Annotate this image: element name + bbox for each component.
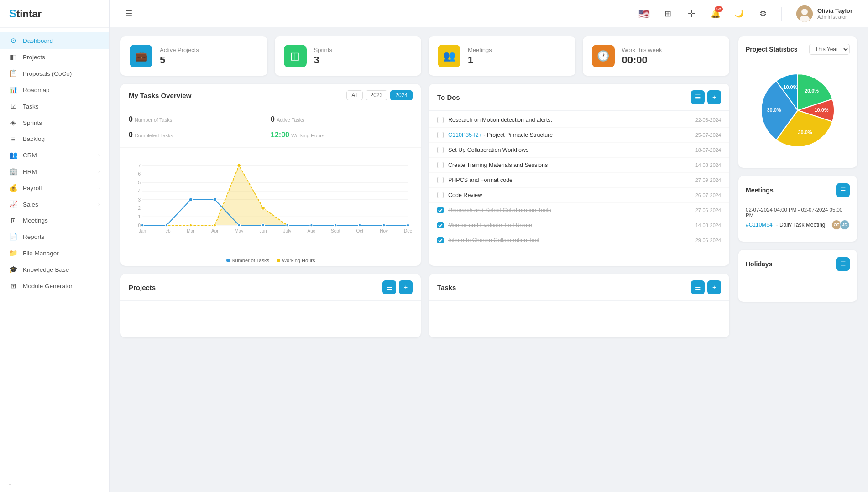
add-icon[interactable]: ✛ bbox=[684, 5, 700, 22]
sidebar-item-dashboard[interactable]: ⊙Dashboard bbox=[0, 32, 109, 49]
sidebar-label-backlog: Backlog bbox=[23, 135, 100, 142]
svg-text:Feb: Feb bbox=[162, 228, 171, 233]
sidebar-item-backlog[interactable]: ≡Backlog bbox=[0, 131, 109, 147]
meeting-avatars: OTJD bbox=[831, 220, 850, 230]
content-left: 💼 Active Projects 5 ◫ Sprints 3 👥 Meetin… bbox=[120, 36, 729, 483]
pie-segment-label: 10.0% bbox=[814, 107, 828, 113]
sidebar-item-roadmap[interactable]: 📊Roadmap bbox=[0, 82, 109, 98]
pie-chart-container: 20.0%10.0%30.0%30.0%10.0% bbox=[746, 60, 850, 161]
todos-add-button[interactable]: + bbox=[707, 90, 721, 104]
sidebar-item-proposals[interactable]: 📋Proposals (CoCo) bbox=[0, 65, 109, 82]
header: ☰ 🇺🇸 ⊞ ✛ 🔔 52 🌙 ⚙ Olivia Taylor Administ… bbox=[110, 0, 868, 27]
svg-text:3: 3 bbox=[138, 197, 141, 202]
todo-checkbox[interactable] bbox=[437, 222, 444, 228]
projects-list-button[interactable]: ☰ bbox=[382, 280, 396, 294]
logo: Stintar bbox=[0, 0, 109, 28]
todo-checkbox[interactable] bbox=[437, 207, 444, 213]
sidebar-item-reports[interactable]: 📄Reports bbox=[0, 228, 109, 245]
projects-add-button[interactable]: + bbox=[399, 280, 413, 294]
todo-checkbox[interactable] bbox=[437, 147, 444, 153]
sidebar-item-sales[interactable]: 📈Sales› bbox=[0, 196, 109, 212]
tasks-list-button[interactable]: ☰ bbox=[691, 280, 705, 294]
todo-date: 26-07-2024 bbox=[695, 192, 721, 198]
todo-checkbox[interactable] bbox=[437, 237, 444, 243]
sidebar-label-reports: Reports bbox=[23, 233, 100, 240]
menu-toggle-button[interactable]: ☰ bbox=[120, 5, 137, 22]
stat-value-work-this-week: 00:00 bbox=[622, 54, 662, 66]
sidebar-label-meetings: Meetings bbox=[23, 217, 100, 224]
apps-icon[interactable]: ⊞ bbox=[660, 5, 676, 22]
sidebar-icon-hrm: 🏢 bbox=[9, 167, 17, 176]
todo-checkbox[interactable] bbox=[437, 192, 444, 198]
stat-icon-active-projects: 💼 bbox=[130, 45, 152, 67]
stat-icon-work-this-week: 🕐 bbox=[592, 45, 615, 67]
sidebar-item-tasks[interactable]: ☑Tasks bbox=[0, 98, 109, 114]
todo-date: 29-06-2024 bbox=[695, 238, 721, 243]
sidebar-item-knowledge-base[interactable]: 🎓Knowledge Base bbox=[0, 261, 109, 278]
list-item: 02-07-2024 04:00 PM - 02-07-2024 05:00 P… bbox=[746, 202, 850, 234]
sidebar-item-module-generator[interactable]: ⊞Module Generator bbox=[0, 278, 109, 294]
tasks-panel: Tasks ☰ + bbox=[429, 274, 729, 337]
sidebar-label-module-generator: Module Generator bbox=[23, 283, 100, 290]
todo-checkbox[interactable] bbox=[437, 177, 444, 183]
todo-text: Integrate Chosen Collaboration Tool bbox=[448, 237, 691, 243]
todo-checkbox[interactable] bbox=[437, 132, 444, 138]
svg-point-37 bbox=[286, 224, 288, 227]
pie-segment-label: 10.0% bbox=[783, 84, 797, 90]
todos-list-button[interactable]: ☰ bbox=[691, 90, 705, 104]
legend-item: Working Hours bbox=[277, 258, 315, 263]
task-filter-2024[interactable]: 2024 bbox=[390, 90, 413, 100]
meeting-row: #C110M54- Daily Task MeetingOTJD bbox=[746, 220, 850, 230]
task-filter-2023[interactable]: 2023 bbox=[366, 90, 388, 100]
stat-cards: 💼 Active Projects 5 ◫ Sprints 3 👥 Meetin… bbox=[120, 36, 729, 76]
sidebar-item-file-manager[interactable]: 📁File Manager bbox=[0, 245, 109, 261]
svg-text:Sept: Sept bbox=[331, 228, 340, 233]
todo-checkbox[interactable] bbox=[437, 117, 444, 123]
task-stat-label: Active Tasks bbox=[277, 117, 304, 123]
todo-link[interactable]: C110P35-I27 bbox=[448, 132, 482, 138]
meetings-list-button[interactable]: ☰ bbox=[836, 183, 850, 197]
todo-date: 14-08-2024 bbox=[695, 162, 721, 168]
sidebar-item-sprints[interactable]: ◈Sprints bbox=[0, 114, 109, 131]
legend-item: Number of Tasks bbox=[226, 258, 269, 263]
dark-mode-toggle[interactable]: 🌙 bbox=[731, 5, 748, 22]
meetings-right-title: Meetings bbox=[746, 186, 836, 194]
sidebar-item-projects[interactable]: ◧Projects bbox=[0, 49, 109, 65]
task-stat-label: Number of Tasks bbox=[135, 117, 172, 123]
meeting-link[interactable]: #C110M54 bbox=[746, 222, 773, 228]
todos-panel: To Dos ☰ + Research on Motion detection … bbox=[429, 84, 729, 266]
user-menu[interactable]: Olivia Taylor Administrator bbox=[792, 3, 857, 25]
sidebar-item-crm[interactable]: 👥CRM› bbox=[0, 147, 109, 163]
tasks-panel-actions: ☰ + bbox=[691, 280, 721, 294]
stat-title-meetings: Meetings bbox=[468, 47, 492, 53]
tasks-add-button[interactable]: + bbox=[707, 280, 721, 294]
sidebar-icon-projects: ◧ bbox=[9, 53, 17, 61]
projects-panel-header: Projects ☰ + bbox=[120, 274, 421, 301]
sidebar-item-hrm[interactable]: 🏢HRM› bbox=[0, 163, 109, 180]
todo-date: 14-08-2024 bbox=[695, 223, 721, 228]
projects-panel: Projects ☰ + bbox=[120, 274, 421, 337]
sidebar-label-file-manager: File Manager bbox=[23, 250, 100, 257]
todo-checkbox[interactable] bbox=[437, 162, 444, 168]
sidebar-item-payroll[interactable]: 💰Payroll› bbox=[0, 180, 109, 196]
logo-text: Stintar bbox=[9, 8, 42, 20]
svg-point-40 bbox=[358, 224, 361, 227]
holidays-list-button[interactable]: ☰ bbox=[836, 257, 850, 271]
notifications-button[interactable]: 🔔 52 bbox=[707, 5, 724, 22]
stat-card-active-projects: 💼 Active Projects 5 bbox=[120, 36, 267, 76]
sidebar-item-meetings[interactable]: 🗓Meetings bbox=[0, 212, 109, 228]
stat-card-work-this-week: 🕐 Work this week 00:00 bbox=[583, 36, 730, 76]
sidebar-icon-crm: 👥 bbox=[9, 151, 17, 159]
task-filter-all[interactable]: All bbox=[346, 90, 362, 100]
meetings-right-header: Meetings ☰ bbox=[746, 183, 850, 197]
legend-label: Number of Tasks bbox=[232, 258, 269, 263]
settings-icon[interactable]: ⚙ bbox=[755, 5, 771, 22]
stat-value-meetings: 1 bbox=[468, 54, 492, 66]
todo-text: Set Up Collaboration Workflows bbox=[448, 147, 691, 153]
year-select[interactable]: This Year Last Year bbox=[809, 44, 850, 55]
task-overview-panel: My Tasks Overview All20232024 0Number of… bbox=[120, 84, 421, 266]
stat-title-active-projects: Active Projects bbox=[160, 47, 199, 53]
project-stats-header: Project Statistics This Year Last Year bbox=[746, 44, 850, 55]
meeting-time: 02-07-2024 04:00 PM - 02-07-2024 05:00 P… bbox=[746, 207, 850, 218]
language-selector[interactable]: 🇺🇸 bbox=[636, 5, 653, 22]
